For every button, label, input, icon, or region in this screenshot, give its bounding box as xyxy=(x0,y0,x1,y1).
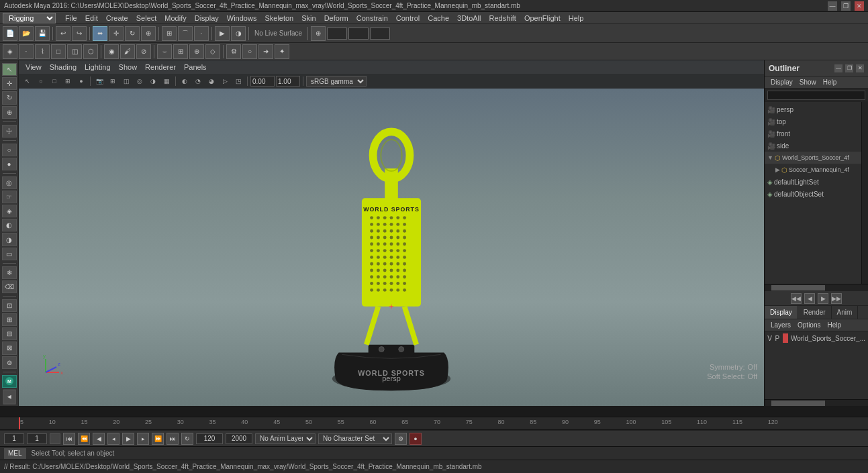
soft-select-btn[interactable]: ◉ xyxy=(104,44,119,59)
outliner-maximize[interactable]: ❐ xyxy=(845,64,853,72)
layer-row-world-sports[interactable]: V P World_Sports_Soccer_... xyxy=(765,331,868,345)
expand-left-btn[interactable]: ▼ xyxy=(3,389,15,404)
y-coord-input[interactable] xyxy=(348,28,369,40)
misc-btn-3[interactable]: ⊟ xyxy=(2,327,17,340)
menu-constrain[interactable]: Constrain xyxy=(352,12,392,23)
flatten-btn[interactable]: ▭ xyxy=(2,248,17,260)
vm-renderer[interactable]: Renderer xyxy=(141,60,180,74)
component-select-btn[interactable]: ◈ xyxy=(3,44,17,59)
select-mode-btn[interactable]: ↖ xyxy=(2,63,17,76)
curve-tool-btn[interactable]: ⌣ xyxy=(157,44,172,59)
layer-options-menu[interactable]: Options xyxy=(794,319,824,331)
menu-help[interactable]: Help xyxy=(565,12,588,23)
smooth-btn[interactable]: ◈ xyxy=(2,205,17,217)
outliner-minimize[interactable]: — xyxy=(834,64,842,72)
snap-point-button[interactable]: · xyxy=(194,26,209,41)
layer-hscroll-handle[interactable] xyxy=(771,401,825,406)
menu-skin[interactable]: Skin xyxy=(297,12,320,23)
translate-mode-btn[interactable]: ✛ xyxy=(2,77,17,90)
anim-layer-select[interactable]: No Anim Layer xyxy=(255,433,316,444)
layer-layers-menu[interactable]: Layers xyxy=(767,319,794,331)
misc-btn-4[interactable]: ⊠ xyxy=(2,341,17,354)
outliner-nav-prev[interactable]: ◀◀ xyxy=(791,293,802,304)
end-frame-input[interactable] xyxy=(196,433,223,444)
step-fwd-btn[interactable]: ⏩ xyxy=(152,433,164,445)
outliner-show-menu[interactable]: Show xyxy=(796,76,820,88)
step-back-btn[interactable]: ⏪ xyxy=(78,433,90,445)
vt-shadow-btn[interactable]: ◐ xyxy=(179,75,191,87)
next-key-btn[interactable]: ▸ xyxy=(137,433,149,445)
vt-xray-btn[interactable]: ◑ xyxy=(147,75,159,87)
z-coord-input[interactable] xyxy=(370,28,390,40)
edge-btn[interactable]: ⌇ xyxy=(35,44,50,59)
multi-component-btn[interactable]: ⬡ xyxy=(83,44,98,59)
menu-openflight[interactable]: OpenFlight xyxy=(520,12,565,23)
viewport[interactable]: View Shading Lighting Show Renderer Pane… xyxy=(19,60,764,406)
open-file-button[interactable]: 📂 xyxy=(19,26,34,41)
uv-btn[interactable]: ◫ xyxy=(67,44,82,59)
character-set-select[interactable]: No Character Set xyxy=(318,433,392,444)
loop-btn[interactable]: ↻ xyxy=(181,433,193,445)
render-button[interactable]: ▶ xyxy=(215,26,230,41)
outliner-search-input[interactable] xyxy=(767,91,865,100)
rotate-mode-btn[interactable]: ↻ xyxy=(2,91,17,104)
start-frame-input[interactable] xyxy=(4,433,24,444)
current-frame-input[interactable] xyxy=(27,433,47,444)
ik-btn[interactable]: ➜ xyxy=(258,44,273,59)
vt-grid-btn[interactable]: ⊞ xyxy=(107,75,119,87)
menu-modify[interactable]: Modify xyxy=(160,12,190,23)
new-file-button[interactable]: 📄 xyxy=(3,26,17,41)
scale-tool-button[interactable]: ⊕ xyxy=(141,26,156,41)
vt-wireframe-btn[interactable]: ◫ xyxy=(120,75,132,87)
frame-range-indicator[interactable] xyxy=(50,433,60,444)
auto-key-btn[interactable]: ● xyxy=(409,433,422,445)
sculpt-btn[interactable]: ◎ xyxy=(2,176,17,189)
menu-skeleton[interactable]: Skeleton xyxy=(260,12,297,23)
vt-textured-btn[interactable]: ▦ xyxy=(160,75,173,87)
vertex-btn[interactable]: · xyxy=(19,44,34,59)
vt-obj-btn[interactable]: ○ xyxy=(35,75,47,87)
cluster-btn[interactable]: ✦ xyxy=(275,44,289,59)
menu-file[interactable]: File xyxy=(61,12,81,23)
grab-btn[interactable]: ☞ xyxy=(2,191,17,203)
tree-item-world-sports[interactable]: ▼ ⬡ World_Sports_Soccer_4ft_Pr... xyxy=(765,152,861,164)
show-manipulator-btn[interactable]: ☩ xyxy=(2,125,17,138)
save-file-button[interactable]: 💾 xyxy=(35,26,50,41)
paint-select-btn[interactable]: ● xyxy=(2,158,17,170)
menu-create[interactable]: Create xyxy=(102,12,132,23)
menu-control[interactable]: Control xyxy=(392,12,424,23)
show-gizmo-button[interactable]: ⊕ xyxy=(311,26,326,41)
maximize-button[interactable]: ❐ xyxy=(841,1,851,11)
outliner-nav-next[interactable]: ▶ xyxy=(818,293,828,304)
tree-item-default-light-set[interactable]: ◈ defaultLightSet xyxy=(765,176,861,188)
menu-edit[interactable]: Edit xyxy=(81,12,102,23)
undo-button[interactable]: ↩ xyxy=(56,26,70,41)
vt-select-btn[interactable]: ↖ xyxy=(21,75,34,87)
play-fwd-btn[interactable]: ▶ xyxy=(122,433,134,445)
layer-primary-btn[interactable]: P xyxy=(775,334,779,342)
vm-panels[interactable]: Panels xyxy=(180,60,211,74)
rig-btn[interactable]: ⚙ xyxy=(226,44,241,59)
outliner-help-menu[interactable]: Help xyxy=(820,76,840,88)
playback-settings-btn[interactable]: ⚙ xyxy=(395,433,407,445)
misc-btn-1[interactable]: ⊡ xyxy=(2,299,17,312)
lasso-btn[interactable]: ○ xyxy=(2,144,17,156)
extrude-btn[interactable]: ⊞ xyxy=(173,44,188,59)
menu-3dtoall[interactable]: 3DtoAll xyxy=(453,12,485,23)
tree-item-persp[interactable]: 🎥 persp xyxy=(765,103,861,115)
menu-deform[interactable]: Deform xyxy=(320,12,352,23)
fps-input[interactable] xyxy=(226,433,252,444)
deformer-btn[interactable]: ⊘ xyxy=(136,44,151,59)
merge-btn[interactable]: ⊕ xyxy=(189,44,204,59)
layer-help-menu[interactable]: Help xyxy=(824,319,845,331)
joint-btn[interactable]: ○ xyxy=(242,44,257,59)
play-back-btn[interactable]: ◂ xyxy=(107,433,119,445)
mode-selector[interactable]: Rigging Animation Modeling xyxy=(3,13,56,23)
menu-windows[interactable]: Windows xyxy=(223,12,261,23)
timeline-track[interactable]: 5 10 15 20 25 30 35 40 45 50 55 60 65 70… xyxy=(19,417,779,429)
pinch-btn[interactable]: ◑ xyxy=(2,233,17,246)
tree-item-side[interactable]: 🎥 side xyxy=(765,140,861,152)
relax-btn[interactable]: ◐ xyxy=(2,219,17,231)
prev-key-btn[interactable]: ◀ xyxy=(93,433,105,445)
tab-anim[interactable]: Anim xyxy=(832,306,859,319)
